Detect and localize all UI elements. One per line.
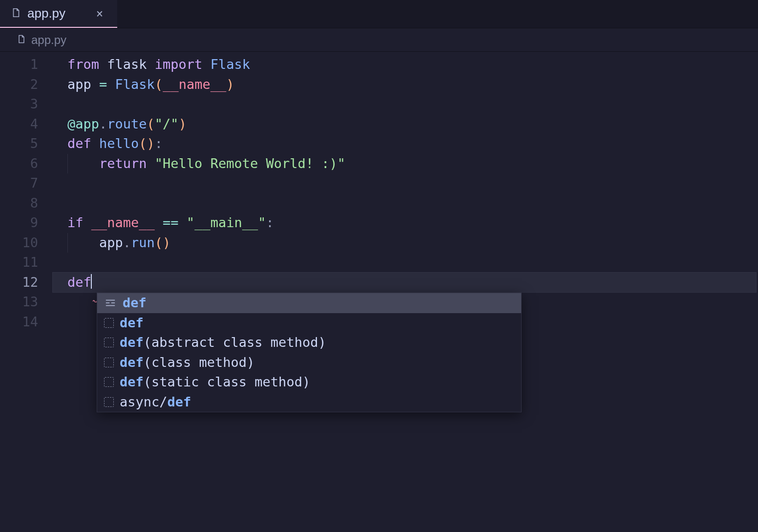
line-number: 8 (0, 193, 38, 213)
code-line[interactable]: def hello(): (53, 134, 758, 154)
code-editor[interactable]: 1234567891011121314 from flask import Fl… (0, 52, 758, 532)
code-line[interactable]: return "Hello Remote World! :)" (53, 154, 758, 174)
code-line[interactable]: from flask import Flask (53, 55, 758, 75)
snippet-icon (104, 377, 114, 387)
line-number: 10 (0, 233, 38, 253)
snippet-icon (104, 338, 114, 347)
autocomplete-item[interactable]: def(class method) (97, 353, 521, 373)
line-number: 7 (0, 173, 38, 193)
code-line[interactable]: def (53, 273, 756, 293)
line-number: 6 (0, 154, 38, 174)
autocomplete-item[interactable]: def(static class method) (97, 372, 521, 392)
code-line[interactable]: @app.route("/") (53, 114, 758, 134)
line-number: 1 (0, 55, 38, 75)
autocomplete-popup[interactable]: defdefdef(abstract class method)def(clas… (97, 293, 522, 412)
code-line[interactable] (53, 94, 758, 114)
close-icon[interactable]: × (93, 7, 106, 21)
line-number: 12 (0, 273, 38, 293)
file-icon (11, 6, 21, 21)
error-squiggle-icon (93, 288, 100, 291)
autocomplete-label: def (123, 293, 147, 313)
line-number: 4 (0, 114, 38, 134)
code-area[interactable]: from flask import Flaskapp = Flask(__nam… (53, 52, 758, 532)
autocomplete-label: def(abstract class method) (120, 333, 326, 353)
file-icon (17, 33, 26, 47)
breadcrumb-filename: app.py (31, 33, 66, 47)
snippet-icon (104, 397, 114, 407)
keyword-icon (104, 297, 117, 309)
line-number: 9 (0, 213, 38, 233)
code-line[interactable] (53, 253, 758, 273)
line-number: 5 (0, 134, 38, 154)
snippet-icon (104, 358, 114, 367)
tab-filename: app.py (27, 6, 65, 21)
snippet-icon (104, 318, 114, 328)
code-line[interactable]: app.run() (53, 233, 758, 253)
line-number: 11 (0, 253, 38, 273)
tab-bar: app.py × (0, 0, 758, 28)
code-line[interactable] (53, 193, 758, 213)
editor-tab[interactable]: app.py × (0, 0, 117, 28)
line-number-gutter: 1234567891011121314 (0, 52, 53, 532)
code-line[interactable] (53, 173, 758, 193)
line-number: 13 (0, 292, 38, 312)
autocomplete-item[interactable]: def (97, 313, 521, 333)
code-line[interactable]: if __name__ == "__main__": (53, 213, 758, 233)
code-line[interactable]: app = Flask(__name__) (53, 75, 758, 95)
autocomplete-item[interactable]: def (97, 293, 521, 313)
autocomplete-label: def(class method) (120, 353, 254, 373)
autocomplete-item[interactable]: async/def (97, 392, 521, 412)
autocomplete-label: def(static class method) (120, 372, 310, 392)
text-cursor (91, 274, 92, 289)
autocomplete-label: def (120, 313, 144, 333)
line-number: 14 (0, 312, 38, 332)
breadcrumb[interactable]: app.py (0, 28, 758, 52)
autocomplete-label: async/def (120, 392, 191, 412)
line-number: 2 (0, 75, 38, 95)
autocomplete-item[interactable]: def(abstract class method) (97, 333, 521, 353)
line-number: 3 (0, 94, 38, 114)
